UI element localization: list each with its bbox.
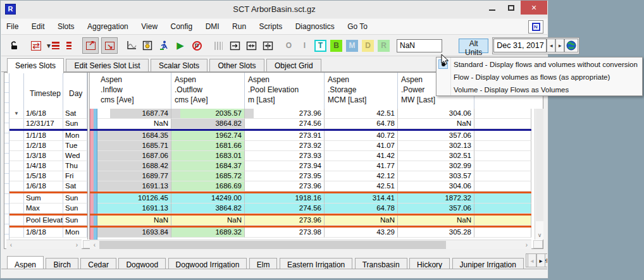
value-cell[interactable]: 273.91 bbox=[244, 131, 324, 141]
value-cell[interactable]: NaN bbox=[397, 119, 474, 129]
value-cell[interactable]: 273.96 bbox=[244, 181, 324, 192]
value-cell[interactable]: 1691.13 bbox=[97, 204, 171, 214]
day-cell[interactable]: Sat bbox=[63, 109, 87, 119]
flag-i-button[interactable]: I bbox=[299, 40, 311, 52]
timestep-cell[interactable]: 1/5/18 bbox=[23, 171, 63, 181]
set-flags-button[interactable]: ⇄ bbox=[28, 37, 44, 54]
menu-scripts[interactable]: Scripts bbox=[254, 19, 288, 34]
value-cell[interactable]: 273.98 bbox=[244, 228, 324, 238]
menu-diagnostics[interactable]: Diagnostics bbox=[290, 19, 340, 34]
day-cell[interactable]: Tue bbox=[63, 141, 87, 151]
goto-date-button[interactable] bbox=[564, 39, 578, 52]
value-cell[interactable]: 273.96 bbox=[244, 216, 324, 226]
value-cell[interactable] bbox=[474, 131, 531, 141]
object-tab-transbasin[interactable]: Transbasin bbox=[355, 258, 407, 269]
tab-object-grid[interactable]: Object Grid bbox=[266, 59, 321, 72]
run-control-button[interactable] bbox=[156, 37, 172, 54]
value-cell[interactable]: NaN bbox=[397, 216, 474, 226]
object-tab-juniper-irrigation[interactable]: Juniper Irrigation bbox=[452, 258, 524, 269]
timestep-cell[interactable]: 1/6/18 bbox=[23, 109, 63, 119]
scroll-down-icon[interactable]: ∨ bbox=[535, 232, 544, 238]
day-cell[interactable]: Wed bbox=[63, 151, 87, 161]
expander-cell[interactable]: ▼ bbox=[9, 109, 23, 119]
value-cell[interactable] bbox=[474, 109, 531, 119]
timestep-cell[interactable]: 1/1/18 bbox=[23, 131, 63, 141]
value-cell[interactable]: 10126.45 bbox=[97, 193, 171, 204]
value-cell[interactable]: 274.56 bbox=[244, 204, 324, 214]
value-cell[interactable]: 1687.06 bbox=[97, 151, 171, 161]
tab-series-slots[interactable]: Series Slots bbox=[7, 58, 64, 73]
flag-b-button[interactable]: B bbox=[330, 40, 342, 52]
pane-splitter[interactable] bbox=[87, 73, 90, 240]
menu-file[interactable]: File bbox=[1, 19, 23, 34]
value-cell[interactable]: 273.96 bbox=[244, 109, 324, 119]
value-cell[interactable]: 43.29 bbox=[324, 228, 397, 238]
object-tab-cedar[interactable]: Cedar bbox=[80, 258, 116, 269]
value-cell[interactable] bbox=[474, 161, 531, 171]
value-cell[interactable] bbox=[474, 141, 531, 151]
value-cell[interactable]: 273.92 bbox=[244, 141, 324, 151]
value-cell[interactable] bbox=[474, 228, 531, 238]
expand-aggregation-button[interactable]: ↗ bbox=[82, 37, 99, 54]
value-cell[interactable]: 1918.16 bbox=[244, 193, 324, 204]
value-cell[interactable]: 1686.69 bbox=[171, 181, 244, 192]
value-cell[interactable]: 302.99 bbox=[397, 161, 474, 171]
fit-columns-button[interactable] bbox=[243, 37, 259, 54]
value-cell[interactable]: 1962.74 bbox=[171, 131, 244, 141]
value-cell[interactable]: 357.06 bbox=[397, 131, 474, 141]
data-hscrollbar[interactable]: ‹ › bbox=[90, 240, 531, 249]
lock-button[interactable] bbox=[6, 37, 23, 54]
value-cell[interactable]: 1689.77 bbox=[97, 171, 171, 181]
menu-edit[interactable]: Edit bbox=[27, 19, 50, 34]
timestep-cell[interactable]: 1/4/18 bbox=[23, 161, 63, 171]
timestep-cell[interactable]: 1/6/18 bbox=[23, 181, 63, 192]
alt-units-button[interactable]: Alt Units bbox=[459, 39, 488, 53]
menu-item-volume[interactable]: Volume - Display Flows as Volumes bbox=[437, 83, 642, 96]
plot-button[interactable] bbox=[123, 37, 139, 54]
value-cell[interactable]: 302.13 bbox=[397, 141, 474, 151]
value-input[interactable] bbox=[397, 39, 442, 52]
value-cell[interactable]: 1684.35 bbox=[97, 131, 171, 141]
date-next-button[interactable]: ▸ bbox=[555, 39, 564, 52]
day-cell[interactable]: Sun bbox=[63, 119, 87, 129]
fit-column-button[interactable] bbox=[226, 37, 243, 54]
flag-o-button[interactable]: O bbox=[283, 40, 295, 52]
value-cell[interactable] bbox=[474, 151, 531, 161]
fit-all-button[interactable] bbox=[259, 37, 276, 54]
column-header-outflow[interactable]: Aspen.Outflowcms [Ave] bbox=[171, 73, 244, 109]
value-cell[interactable]: 273.95 bbox=[244, 171, 324, 181]
value-cell[interactable] bbox=[474, 171, 531, 181]
object-tab-hickory[interactable]: Hickory bbox=[409, 258, 450, 269]
value-cell[interactable]: 357.06 bbox=[397, 204, 474, 214]
start-run-button[interactable]: ▶ bbox=[172, 37, 189, 54]
open-object-button[interactable] bbox=[139, 37, 156, 54]
scroll-left-icon[interactable]: ‹ bbox=[7, 241, 15, 249]
value-cell[interactable]: 2035.57 bbox=[171, 109, 244, 119]
value-cell[interactable]: 1688.42 bbox=[97, 161, 171, 171]
column-header-inflow[interactable]: Aspen.Inflowcms [Ave] bbox=[97, 73, 171, 109]
scroll-right-icon[interactable]: › bbox=[73, 241, 81, 249]
value-cell[interactable]: 1683.01 bbox=[171, 151, 244, 161]
object-tab-eastern-irrigation[interactable]: Eastern Irrigation bbox=[280, 258, 352, 269]
date-field[interactable]: Dec 31, 2017 bbox=[493, 39, 547, 52]
value-cell[interactable]: NaN bbox=[324, 216, 397, 226]
timestep-cell[interactable]: 1/3/18 bbox=[23, 151, 63, 161]
value-cell[interactable]: 274.56 bbox=[244, 119, 324, 129]
hscrollbar-thumb[interactable] bbox=[99, 241, 446, 249]
value-cell[interactable]: 305.28 bbox=[397, 228, 474, 238]
row-marker-strip[interactable] bbox=[4, 73, 9, 240]
object-tab-dogwood-irrigation[interactable]: Dogwood Irrigation bbox=[168, 258, 247, 269]
value-cell[interactable]: 3864.82 bbox=[171, 204, 244, 214]
vertical-scrollbar[interactable]: ∨ bbox=[535, 109, 543, 240]
value-cell[interactable]: 1684.37 bbox=[171, 161, 244, 171]
menu-item-flow[interactable]: Flow - Display volumes as flows (as appr… bbox=[437, 71, 642, 83]
collapse-triangle-icon[interactable]: ▼ bbox=[14, 111, 19, 116]
value-cell[interactable] bbox=[474, 119, 531, 129]
object-tab-birch[interactable]: Birch bbox=[46, 258, 78, 269]
value-cell[interactable]: NaN bbox=[97, 119, 171, 129]
value-cell[interactable]: 42.51 bbox=[324, 109, 397, 119]
flag-t-button[interactable]: T bbox=[314, 40, 326, 52]
maximize-button[interactable] bbox=[502, 1, 521, 15]
value-cell[interactable]: 64.78 bbox=[324, 119, 397, 129]
value-cell[interactable]: 1691.13 bbox=[97, 181, 171, 192]
